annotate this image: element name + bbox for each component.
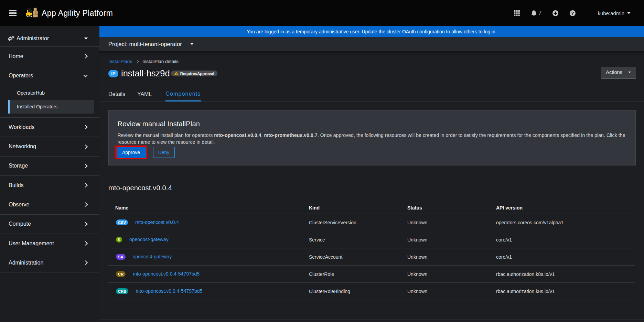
svg-text:?: ? bbox=[571, 11, 574, 16]
